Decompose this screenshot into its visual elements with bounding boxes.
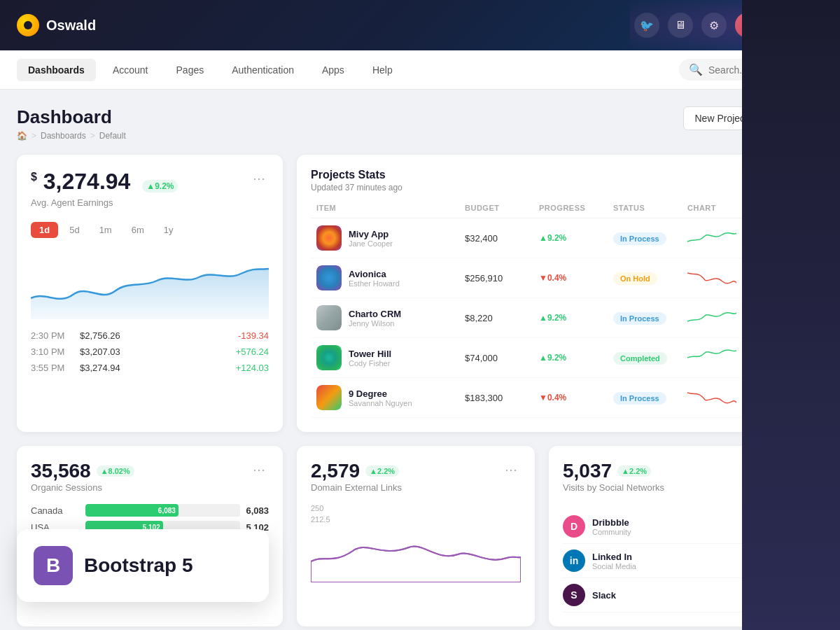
col-progress: PROGRESS bbox=[539, 204, 613, 212]
project-person-mivy: Jane Cooper bbox=[349, 239, 393, 248]
slack-name: Slack bbox=[592, 590, 746, 601]
table-header: ITEM BUDGET PROGRESS STATUS CHART VIEW bbox=[311, 204, 809, 218]
col-status: STATUS bbox=[613, 204, 687, 212]
breadcrumb-default: Default bbox=[99, 131, 126, 141]
project-progress-mivy: ▲9.2% bbox=[539, 233, 613, 243]
project-icon-charto bbox=[316, 305, 342, 330]
social-title: Visits by Social Networks bbox=[563, 482, 664, 493]
time-tab-1y[interactable]: 1y bbox=[155, 222, 182, 238]
nav-item-apps[interactable]: Apps bbox=[311, 59, 356, 81]
project-progress-avionica: ▼0.4% bbox=[539, 273, 613, 283]
logo-area: Oswald bbox=[17, 14, 634, 36]
table-row: Tower Hill Cody Fisher $74,000 ▲9.2% Com… bbox=[311, 338, 809, 378]
organic-sessions-label: Organic Sessions bbox=[31, 482, 134, 493]
project-budget-mivy: $32,400 bbox=[465, 233, 539, 244]
time-tabs: 1d 5d 1m 6m 1y bbox=[31, 222, 269, 238]
domain-links-amount: 2,579 bbox=[311, 460, 360, 482]
project-icon-tower bbox=[316, 345, 342, 370]
col-budget: BUDGET bbox=[465, 204, 539, 212]
domain-links-label: Domain External Links bbox=[311, 482, 402, 493]
bird-icon[interactable]: 🐦 bbox=[634, 13, 659, 38]
project-progress-9degree: ▼0.4% bbox=[539, 393, 613, 402]
project-person-charto: Jenny Wilson bbox=[349, 319, 401, 328]
nav-bar: Dashboards Account Pages Authentication … bbox=[0, 50, 840, 90]
earnings-amount: $ 3,274.94 ▲9.2% bbox=[31, 169, 178, 195]
project-status-tower: Completed bbox=[613, 352, 667, 365]
project-icon-avionica bbox=[316, 265, 342, 290]
project-status-mivy: In Process bbox=[613, 232, 666, 245]
project-name-charto: Charto CRM bbox=[349, 309, 401, 319]
nav-item-pages[interactable]: Pages bbox=[165, 59, 216, 81]
logo-text: Oswald bbox=[46, 18, 96, 34]
nav-item-account[interactable]: Account bbox=[102, 59, 160, 81]
project-person-9degree: Savannah Nguyen bbox=[349, 399, 412, 407]
page-header: Dashboard 🏠 > Dashboards > Default New P… bbox=[17, 106, 823, 141]
project-info-charto: Charto CRM Jenny Wilson bbox=[316, 305, 465, 330]
table-row: Charto CRM Jenny Wilson $8,220 ▲9.2% In … bbox=[311, 298, 809, 338]
social-amount: 5,037 bbox=[563, 460, 612, 482]
earnings-label: Avg. Agent Earnings bbox=[31, 197, 178, 208]
time-tab-5d[interactable]: 5d bbox=[61, 222, 88, 238]
slack-icon: S bbox=[563, 584, 585, 606]
nav-item-authentication[interactable]: Authentication bbox=[220, 59, 305, 81]
project-name-tower: Tower Hill bbox=[349, 349, 391, 359]
logo-icon bbox=[17, 14, 39, 36]
table-row: 9 Degree Savannah Nguyen $183,300 ▼0.4% … bbox=[311, 378, 809, 418]
search-icon: 🔍 bbox=[689, 63, 703, 76]
currency-symbol: $ bbox=[31, 171, 37, 183]
nav-item-help[interactable]: Help bbox=[361, 59, 404, 81]
page-title: Dashboard bbox=[17, 106, 126, 128]
projects-title: Projects Stats bbox=[311, 169, 402, 181]
country-row-canada: Canada 6,083 6,083 bbox=[31, 504, 269, 517]
topbar: Oswald 🐦 🖥 ⚙ JD + Invite bbox=[0, 0, 840, 50]
slack-info: Slack bbox=[592, 590, 746, 601]
dark-overlay bbox=[742, 0, 840, 630]
project-info-tower: Tower Hill Cody Fisher bbox=[316, 345, 465, 370]
time-tab-1m[interactable]: 1m bbox=[91, 222, 120, 238]
project-name-9degree: 9 Degree bbox=[349, 388, 412, 399]
earnings-chart bbox=[31, 249, 269, 319]
organic-sessions-amount: 35,568 bbox=[31, 460, 91, 482]
project-budget-avionica: $256,910 bbox=[465, 273, 539, 284]
organic-sessions-more[interactable]: ⋯ bbox=[249, 460, 269, 479]
share-icon[interactable]: ⚙ bbox=[701, 13, 727, 38]
project-info-avionica: Avionica Esther Howard bbox=[316, 265, 465, 290]
time-entry-2: 3:10 PM $3,207.03 +576.24 bbox=[31, 346, 269, 357]
dribbble-name: Dribbble bbox=[592, 517, 746, 528]
projects-updated: Updated 37 minutes ago bbox=[311, 183, 402, 192]
time-tab-6m[interactable]: 6m bbox=[123, 222, 153, 238]
bootstrap-text: Bootstrap 5 bbox=[84, 554, 193, 577]
domain-links-more[interactable]: ⋯ bbox=[501, 460, 521, 479]
dribbble-info: Dribbble Community bbox=[592, 517, 746, 536]
project-budget-charto: $8,220 bbox=[465, 313, 539, 323]
earnings-badge: ▲9.2% bbox=[142, 180, 178, 192]
domain-links-card: 2,579 ▲2.2% Domain External Links ⋯ 250 … bbox=[297, 446, 535, 626]
linkedin-type: Social Media bbox=[592, 562, 737, 570]
project-info-mivy: Mivy App Jane Cooper bbox=[316, 225, 465, 251]
project-person-tower: Cody Fisher bbox=[349, 359, 391, 368]
more-options-button[interactable]: ⋯ bbox=[249, 169, 269, 188]
nav-item-dashboards[interactable]: Dashboards bbox=[17, 59, 96, 81]
project-info-9degree: 9 Degree Savannah Nguyen bbox=[316, 385, 465, 410]
linkedin-name: Linked In bbox=[592, 552, 737, 562]
project-icon-9degree bbox=[316, 385, 342, 410]
bootstrap-icon: B bbox=[34, 546, 73, 585]
monitor-icon[interactable]: 🖥 bbox=[668, 13, 693, 38]
projects-header: Projects Stats Updated 37 minutes ago Hi… bbox=[311, 169, 809, 192]
social-badge: ▲2.2% bbox=[617, 465, 651, 477]
project-progress-tower: ▲9.2% bbox=[539, 353, 613, 363]
cards-row-1: $ 3,274.94 ▲9.2% Avg. Agent Earnings ⋯ 1… bbox=[17, 155, 823, 432]
project-progress-charto: ▲9.2% bbox=[539, 313, 613, 323]
project-status-charto: In Process bbox=[613, 312, 666, 325]
table-row: Avionica Esther Howard $256,910 ▼0.4% On… bbox=[311, 258, 809, 298]
home-icon: 🏠 bbox=[17, 131, 27, 141]
project-name-avionica: Avionica bbox=[349, 269, 400, 279]
time-entry-1: 2:30 PM $2,756.26 -139.34 bbox=[31, 330, 269, 341]
time-tab-1d[interactable]: 1d bbox=[31, 222, 58, 238]
breadcrumb: 🏠 > Dashboards > Default bbox=[17, 131, 126, 141]
domain-links-badge: ▲2.2% bbox=[365, 465, 399, 477]
time-entries: 2:30 PM $2,756.26 -139.34 3:10 PM $3,207… bbox=[31, 330, 269, 373]
bootstrap-card: B Bootstrap 5 bbox=[17, 529, 269, 602]
table-row: Mivy App Jane Cooper $32,400 ▲9.2% In Pr… bbox=[311, 218, 809, 258]
domain-links-chart bbox=[311, 526, 521, 585]
